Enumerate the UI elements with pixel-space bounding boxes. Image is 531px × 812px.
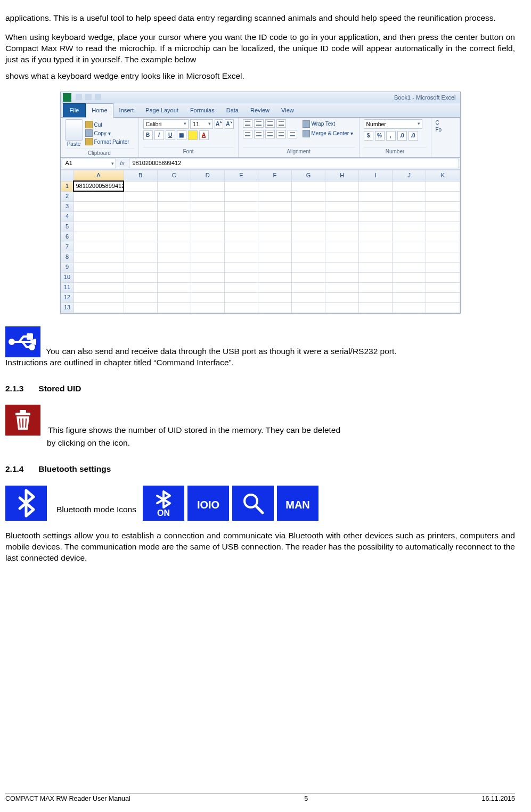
cell[interactable]	[73, 201, 124, 211]
excel-tab-review[interactable]: Review	[244, 103, 275, 117]
col-header-b[interactable]: B	[124, 170, 157, 181]
cell[interactable]	[124, 252, 157, 262]
cell[interactable]	[359, 262, 393, 272]
row-header[interactable]: 3	[61, 201, 73, 211]
cell[interactable]	[426, 232, 460, 242]
cell[interactable]	[359, 211, 393, 222]
font-size-combo[interactable]: 11	[190, 119, 213, 129]
col-header-i[interactable]: I	[359, 170, 393, 181]
cell[interactable]	[359, 252, 393, 262]
wrap-text-icon[interactable]	[303, 120, 310, 128]
cell[interactable]	[426, 191, 460, 201]
cell[interactable]	[359, 292, 393, 302]
excel-tab-insert[interactable]: Insert	[113, 103, 140, 117]
cell[interactable]	[258, 282, 291, 292]
cell[interactable]	[73, 292, 124, 302]
cell[interactable]	[157, 302, 191, 313]
cell[interactable]	[157, 252, 191, 262]
excel-tab-view[interactable]: View	[275, 103, 300, 117]
cell[interactable]	[157, 191, 191, 201]
cell[interactable]	[73, 232, 124, 242]
increase-decimal-button[interactable]: .0	[397, 131, 407, 141]
font-color-button[interactable]: A	[199, 130, 209, 140]
align-top-button[interactable]	[243, 119, 252, 128]
cell[interactable]	[393, 252, 426, 262]
cell[interactable]	[393, 272, 426, 282]
row-header[interactable]: 7	[61, 242, 73, 252]
cell[interactable]	[291, 222, 325, 232]
cell[interactable]	[224, 262, 258, 272]
cell[interactable]	[224, 252, 258, 262]
row-header[interactable]: 1	[61, 181, 73, 191]
cell[interactable]	[224, 211, 258, 222]
cell[interactable]	[191, 272, 224, 282]
cell[interactable]	[124, 272, 157, 282]
border-button[interactable]: ▦	[177, 130, 186, 140]
row-header[interactable]: 10	[61, 272, 73, 282]
cell[interactable]	[124, 201, 157, 211]
cell[interactable]	[426, 302, 460, 313]
col-header-d[interactable]: D	[191, 170, 224, 181]
cell[interactable]	[291, 232, 325, 242]
cell[interactable]	[224, 282, 258, 292]
cell[interactable]	[426, 262, 460, 272]
cell[interactable]	[157, 181, 191, 191]
align-left-button[interactable]	[243, 130, 252, 138]
fx-icon[interactable]: fx	[117, 158, 128, 169]
cell[interactable]	[325, 222, 359, 232]
cell[interactable]	[426, 282, 460, 292]
cell[interactable]	[258, 242, 291, 252]
row-header[interactable]: 2	[61, 191, 73, 201]
cell[interactable]	[393, 262, 426, 272]
cell[interactable]	[359, 272, 393, 282]
cell[interactable]	[258, 272, 291, 282]
cell[interactable]	[258, 211, 291, 222]
row-header[interactable]: 12	[61, 292, 73, 302]
orientation-button[interactable]	[276, 119, 286, 128]
cell[interactable]	[124, 242, 157, 252]
cell[interactable]	[258, 191, 291, 201]
cell[interactable]	[359, 191, 393, 201]
cell[interactable]	[224, 302, 258, 313]
cell[interactable]	[258, 201, 291, 211]
align-center-button[interactable]	[254, 130, 264, 138]
cell[interactable]	[224, 201, 258, 211]
cell[interactable]	[73, 222, 124, 232]
cell[interactable]	[157, 232, 191, 242]
align-middle-button[interactable]	[254, 119, 264, 128]
cell[interactable]	[426, 272, 460, 282]
cell[interactable]	[73, 262, 124, 272]
align-bottom-button[interactable]	[265, 119, 275, 128]
cell[interactable]: 981020005899412	[73, 181, 124, 191]
cell[interactable]	[426, 211, 460, 222]
cell[interactable]	[224, 292, 258, 302]
cell[interactable]	[73, 211, 124, 222]
cell[interactable]	[359, 302, 393, 313]
cell[interactable]	[258, 252, 291, 262]
format-painter-icon[interactable]	[85, 138, 93, 145]
select-all-corner[interactable]	[61, 170, 73, 181]
col-header-h[interactable]: H	[325, 170, 359, 181]
cell[interactable]	[124, 282, 157, 292]
cell[interactable]	[359, 232, 393, 242]
percent-button[interactable]: %	[375, 131, 385, 141]
cell[interactable]	[325, 211, 359, 222]
paste-button-icon[interactable]	[65, 119, 83, 141]
cell[interactable]	[224, 242, 258, 252]
copy-icon[interactable]	[85, 129, 93, 137]
cell[interactable]	[426, 181, 460, 191]
cell[interactable]	[291, 272, 325, 282]
cell[interactable]	[426, 252, 460, 262]
cell[interactable]	[291, 282, 325, 292]
cell[interactable]	[124, 211, 157, 222]
cell[interactable]	[191, 201, 224, 211]
cell[interactable]	[291, 191, 325, 201]
cell[interactable]	[224, 181, 258, 191]
cell[interactable]	[325, 262, 359, 272]
cell[interactable]	[73, 252, 124, 262]
cell[interactable]	[224, 272, 258, 282]
cell[interactable]	[258, 302, 291, 313]
cell[interactable]	[325, 201, 359, 211]
row-header[interactable]: 6	[61, 232, 73, 242]
cell[interactable]	[258, 232, 291, 242]
